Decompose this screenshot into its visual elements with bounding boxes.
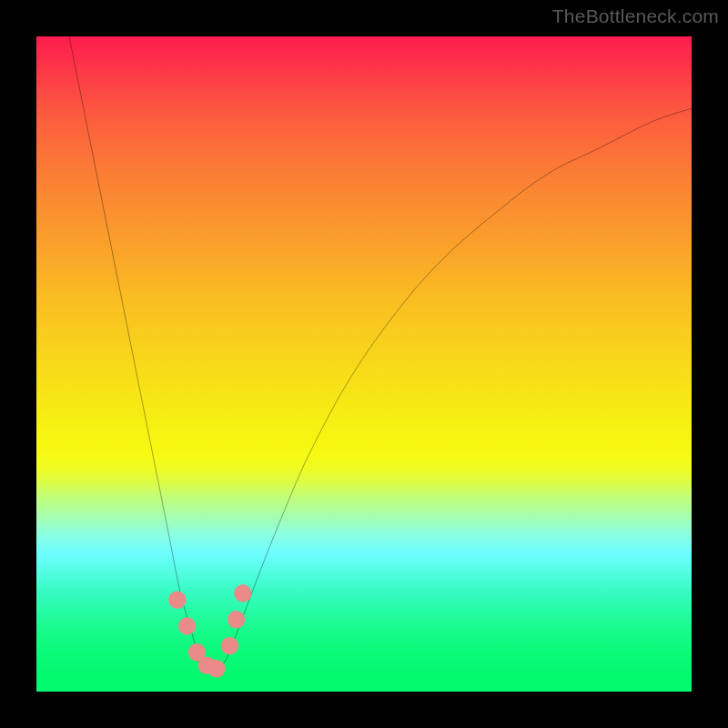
plot-area [36,36,692,692]
watermark-text: TheBottleneck.com [552,5,719,27]
chart-frame: TheBottleneck.com [0,0,728,728]
